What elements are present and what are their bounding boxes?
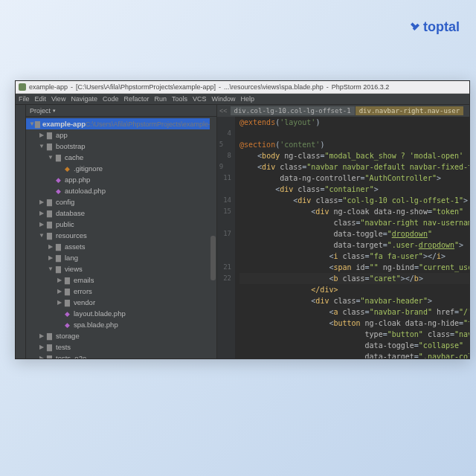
tree-scrollbar[interactable] <box>210 117 216 358</box>
tree-row-layout-blade-php[interactable]: ◆layout.blade.php <box>26 308 216 319</box>
window-titlebar[interactable]: example-app - [C:\Users\Afila\PhpstormPr… <box>16 81 469 94</box>
tree-row-spa-blade-php[interactable]: ◆spa.blade.php <box>26 319 216 330</box>
brand-text: toptal <box>423 19 460 35</box>
tree-row-emails[interactable]: ▶▇emails <box>26 274 216 286</box>
menu-navigate[interactable]: Navigate <box>71 95 97 103</box>
titlebar-app: example-app <box>29 83 68 91</box>
code-content[interactable]: @extends('layout') @section('content') <… <box>235 117 469 358</box>
tree-row-lang[interactable]: ▶▇lang <box>26 252 216 263</box>
tree-row-resources[interactable]: ▼▇resources <box>26 230 216 241</box>
tree-row-storage[interactable]: ▶▇storage <box>26 330 216 341</box>
ide-window: example-app - [C:\Users\Afila\PhpstormPr… <box>15 80 470 359</box>
tree-row-bootstrap[interactable]: ▼▇bootstrap <box>26 141 216 152</box>
titlebar-product: PhpStorm 2016.3.2 <box>332 83 390 91</box>
tree-row-tests-e2e[interactable]: ▶▇tests_e2e <box>26 353 216 358</box>
breadcrumb-lead: << <box>217 107 230 115</box>
menu-window[interactable]: Window <box>212 95 236 103</box>
tree-scrollbar-thumb[interactable] <box>210 236 216 280</box>
editor-breadcrumb[interactable]: << div.col-lg-10.col-lg-offset-1div.navb… <box>217 105 469 117</box>
tree-row-database[interactable]: ▶▇database <box>26 208 216 219</box>
project-panel-header[interactable]: Project ▾ <box>26 105 216 117</box>
line-gutter[interactable]: 4 5 8 9 11 14 15 17 21 22 <box>217 117 235 358</box>
app-icon <box>19 83 26 91</box>
menu-file[interactable]: File <box>19 95 30 103</box>
tree-row-views[interactable]: ▼▇views <box>26 263 216 274</box>
project-panel-title: Project <box>30 107 51 115</box>
tree-row-vendor[interactable]: ▶▇vendor <box>26 297 216 308</box>
breadcrumb-item[interactable]: div.col-lg-10.col-lg-offset-1 <box>231 106 355 115</box>
tree-row-app-php[interactable]: ◆app.php <box>26 174 216 185</box>
left-toolstrip[interactable] <box>16 105 26 358</box>
menu-help[interactable]: Help <box>241 95 255 103</box>
tree-row-autoload-php[interactable]: ◆autoload.php <box>26 185 216 196</box>
titlebar-file: ...\resources\views\spa.blade.php <box>224 83 324 91</box>
menu-code[interactable]: Code <box>103 95 119 103</box>
menu-refactor[interactable]: Refactor <box>123 95 149 103</box>
tree-row-errors[interactable]: ▶▇errors <box>26 286 216 297</box>
code-area[interactable]: 4 5 8 9 11 14 15 17 21 22 @extends('layo… <box>217 117 469 358</box>
tree-row-config[interactable]: ▶▇config <box>26 196 216 208</box>
menu-tools[interactable]: Tools <box>172 95 187 103</box>
project-panel: Project ▾ ▼▇example-app C:\Users\Afila\P… <box>26 105 217 358</box>
breadcrumb-item[interactable]: div.navbar-right.nav-user <box>356 106 463 115</box>
editor: << div.col-lg-10.col-lg-offset-1div.navb… <box>217 105 469 358</box>
tree-row-cache[interactable]: ▼▇cache <box>26 152 216 163</box>
menu-vcs[interactable]: VCS <box>193 95 207 103</box>
tree-row--gitignore[interactable]: ◆.gitignore <box>26 163 216 174</box>
menu-edit[interactable]: Edit <box>35 95 47 103</box>
tree-row-example-app[interactable]: ▼▇example-app C:\Users\Afila\PhpstormPro… <box>26 118 216 129</box>
tree-row-app[interactable]: ▶▇app <box>26 129 216 141</box>
tree-row-public[interactable]: ▶▇public <box>26 219 216 230</box>
tree-row-tests[interactable]: ▶▇tests <box>26 341 216 353</box>
menu-run[interactable]: Run <box>154 95 167 103</box>
toptal-icon <box>409 22 421 33</box>
project-tree[interactable]: ▼▇example-app C:\Users\Afila\PhpstormPro… <box>26 117 216 358</box>
tree-row-assets[interactable]: ▶▇assets <box>26 241 216 252</box>
titlebar-path: [C:\Users\Afila\PhpstormProjects\example… <box>76 83 216 91</box>
brand-logo: toptal <box>409 19 460 35</box>
menu-view[interactable]: View <box>51 95 65 103</box>
menubar: FileEditViewNavigateCodeRefactorRunTools… <box>16 94 469 105</box>
